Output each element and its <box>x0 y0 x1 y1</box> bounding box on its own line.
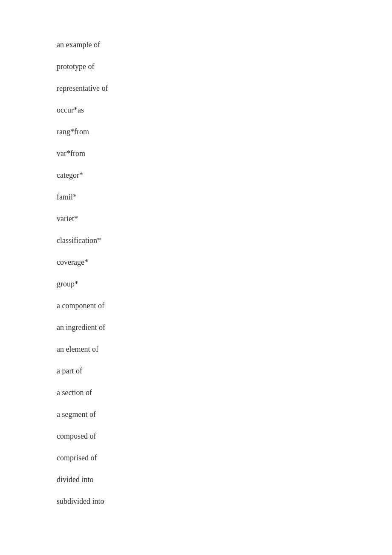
list-item-an-example-of[interactable]: an example of <box>57 34 392 56</box>
list-item-group[interactable]: group* <box>57 273 392 295</box>
list-item-var-from[interactable]: var*from <box>57 143 392 165</box>
list-item-coverage[interactable]: coverage* <box>57 251 392 273</box>
list-item-prototype-of[interactable]: prototype of <box>57 56 392 78</box>
list-item-a-component-of[interactable]: a component of <box>57 295 392 317</box>
list-item-representative-of[interactable]: representative of <box>57 78 392 99</box>
list-item-composed-of[interactable]: composed of <box>57 425 392 447</box>
list-item-categor[interactable]: categor* <box>57 165 392 186</box>
list-item-comprised-of[interactable]: comprised of <box>57 447 392 469</box>
list-item-occur-as[interactable]: occur*as <box>57 99 392 121</box>
list-item-an-element-of[interactable]: an element of <box>57 338 392 360</box>
list-item-a-section-of[interactable]: a section of <box>57 382 392 404</box>
list-item-classification[interactable]: classification* <box>57 230 392 251</box>
list-item-a-part-of[interactable]: a part of <box>57 360 392 382</box>
list-item-subdivided-into[interactable]: subdivided into <box>57 491 392 512</box>
list-item-an-ingredient-of[interactable]: an ingredient of <box>57 317 392 338</box>
list-item-divided-into[interactable]: divided into <box>57 469 392 491</box>
list-item-a-segment-of[interactable]: a segment of <box>57 404 392 425</box>
list-item-rang-from[interactable]: rang*from <box>57 121 392 143</box>
items-list: an example ofprototype ofrepresentative … <box>0 0 392 546</box>
list-item-famil[interactable]: famil* <box>57 186 392 208</box>
list-item-variet[interactable]: variet* <box>57 208 392 230</box>
